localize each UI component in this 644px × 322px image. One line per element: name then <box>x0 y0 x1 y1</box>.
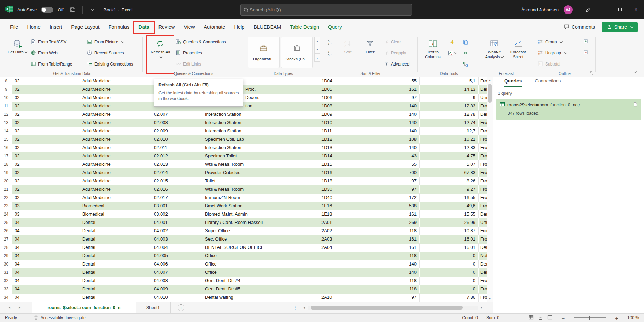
cell[interactable]: 02 <box>12 135 80 144</box>
cell[interactable]: 02.017 <box>152 193 203 202</box>
cell[interactable]: 97 <box>360 177 420 185</box>
collapse-ribbon-chevron-icon[interactable] <box>632 69 639 75</box>
cell[interactable]: 118 <box>360 252 420 260</box>
cell[interactable]: 1D13 <box>319 143 360 152</box>
ribbon-tab-automate[interactable]: Automate <box>199 19 230 35</box>
hscroll-left-icon[interactable]: ◂ <box>301 302 307 313</box>
normal-view-icon[interactable] <box>529 315 534 321</box>
close-button[interactable]: × <box>628 0 644 19</box>
cell[interactable]: 269 <box>360 218 420 227</box>
cell[interactable]: 161 <box>360 210 420 219</box>
cell[interactable]: Dental <box>80 243 152 252</box>
cell[interactable]: 16,55 <box>420 193 479 202</box>
cell[interactable]: Dental <box>80 235 152 244</box>
cell[interactable] <box>319 260 360 269</box>
cell[interactable]: 43 <box>360 152 420 160</box>
cell[interactable]: From <box>479 277 487 285</box>
row-header[interactable]: 22 <box>0 193 12 202</box>
cell[interactable] <box>279 185 319 194</box>
row-header[interactable]: 16 <box>0 143 12 152</box>
cell[interactable] <box>279 202 319 210</box>
cell[interactable]: 03 <box>12 202 80 210</box>
zoom-slider-thumb[interactable] <box>589 316 590 320</box>
cell[interactable]: 02.011 <box>152 143 203 152</box>
row-header[interactable]: 34 <box>0 293 12 302</box>
cell[interactable] <box>279 77 319 86</box>
cell[interactable]: 04 <box>12 285 80 294</box>
cell[interactable]: AdultMedicine <box>80 110 152 119</box>
cell[interactable]: AdultMedicine <box>80 135 152 144</box>
cell[interactable]: From <box>479 293 487 302</box>
sort-z-to-a-icon[interactable]: ZA <box>326 49 335 58</box>
cell[interactable]: Uniq <box>479 218 487 227</box>
row-header[interactable]: 20 <box>0 177 12 185</box>
gallery-up-icon[interactable]: ▴ <box>314 37 320 45</box>
cell[interactable] <box>279 135 319 144</box>
cell[interactable]: 04 <box>12 235 80 244</box>
cell[interactable]: 1D14 <box>319 152 360 160</box>
cell[interactable]: 03 <box>12 210 80 219</box>
cell[interactable]: 1D10 <box>319 119 360 127</box>
cell[interactable] <box>279 152 319 160</box>
cell[interactable]: 14,13 <box>420 85 479 94</box>
cell[interactable]: 140 <box>360 110 420 119</box>
cell[interactable]: 12,74 <box>420 119 479 127</box>
cell[interactable]: 1D05 <box>319 85 360 94</box>
from-text-csv-button[interactable]: From Text/CSV <box>29 37 68 46</box>
cell[interactable]: Wts & Meas. Room <box>203 185 279 194</box>
cell[interactable]: 0 <box>420 277 479 285</box>
cell[interactable]: 2A02 <box>319 227 360 235</box>
accessibility-status[interactable]: Accessibility: Investigate <box>34 315 86 321</box>
cell[interactable]: 161 <box>360 85 420 94</box>
cell[interactable]: Library / Conf. Room Hassell <box>203 218 279 227</box>
save-button[interactable] <box>68 4 78 16</box>
remove-duplicates-icon[interactable] <box>461 37 470 46</box>
cell[interactable]: 02 <box>12 102 80 111</box>
cell[interactable]: 1D15 <box>319 160 360 169</box>
row-header[interactable]: 14 <box>0 127 12 136</box>
cell[interactable]: 26,99 <box>420 218 479 227</box>
cell[interactable]: AdultMedicine <box>80 168 152 177</box>
row-header[interactable]: 15 <box>0 135 12 144</box>
sort-button[interactable]: AZ Sort <box>338 36 358 70</box>
cell[interactable]: Dental <box>80 285 152 294</box>
cell[interactable]: 02.010 <box>152 135 203 144</box>
what-if-analysis-button[interactable]: What-If Analysis <box>483 36 506 70</box>
row-header[interactable]: 29 <box>0 252 12 260</box>
cell[interactable]: 0 <box>420 268 479 277</box>
queries-connections-button[interactable]: Queries & Connections <box>174 37 227 46</box>
cell[interactable]: 02 <box>12 94 80 102</box>
cell[interactable]: 04.003 <box>152 235 203 244</box>
group-button[interactable]: Group <box>536 37 564 46</box>
filter-button[interactable]: Filter <box>360 36 380 70</box>
cell[interactable]: 04 <box>12 218 80 227</box>
row-header[interactable]: 31 <box>0 268 12 277</box>
horizontal-scroll-thumb[interactable] <box>311 306 463 310</box>
refresh-all-button[interactable]: Refresh All <box>149 36 171 70</box>
properties-button[interactable]: Properties <box>174 49 204 58</box>
ribbon-tab-file[interactable]: File <box>6 19 23 35</box>
clear-filter-button[interactable]: Clear <box>382 37 402 46</box>
cell[interactable]: 04 <box>12 252 80 260</box>
pane-tab-queries[interactable]: Queries <box>504 78 522 87</box>
cell[interactable]: 04 <box>12 268 80 277</box>
comments-button[interactable]: Comments <box>564 24 595 31</box>
cell[interactable]: From <box>479 160 487 169</box>
subtotal-button[interactable]: Σ Subtotal <box>536 60 562 69</box>
cell[interactable]: 1D16 <box>319 168 360 177</box>
cell[interactable]: 700 <box>360 168 420 177</box>
ribbon-tab-query[interactable]: Query <box>324 19 346 35</box>
row-header[interactable]: 9 <box>0 85 12 94</box>
cell[interactable]: 67,83 <box>420 168 479 177</box>
row-header[interactable]: 19 <box>0 168 12 177</box>
cell[interactable] <box>279 102 319 111</box>
zoom-in-button[interactable]: + <box>614 315 619 321</box>
cell[interactable]: 04.010 <box>152 293 203 302</box>
recent-sources-button[interactable]: Recent Sources <box>85 49 125 58</box>
ribbon-tab-insert[interactable]: Insert <box>45 19 67 35</box>
ribbon-tab-review[interactable]: Review <box>154 19 180 35</box>
text-to-columns-button[interactable]: Text to Columns <box>421 36 444 70</box>
cell[interactable]: Interaction Station <box>203 110 279 119</box>
cell[interactable]: 118 <box>360 285 420 294</box>
gallery-down-icon[interactable]: ▾ <box>314 45 320 53</box>
